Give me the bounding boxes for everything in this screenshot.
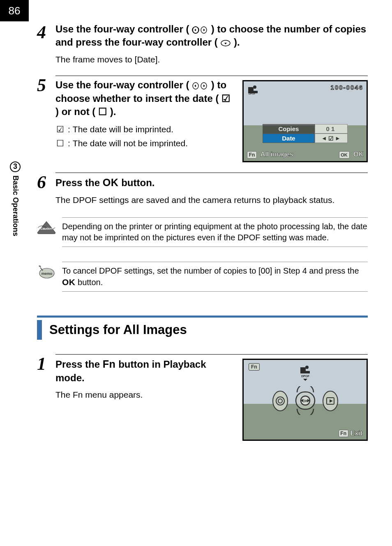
- step-4-title: Use the four-way controller ( ) to choos…: [55, 23, 368, 49]
- text: Exit: [350, 430, 362, 437]
- section-accent: [37, 320, 42, 340]
- fn-button-label: Fn: [103, 358, 116, 370]
- text: button.: [78, 278, 103, 287]
- text: Press the: [55, 359, 103, 370]
- text: Use the four-way controller (: [55, 79, 189, 90]
- exit-hint: Fn Exit: [339, 430, 362, 437]
- svg-point-15: [273, 391, 288, 411]
- step-4: 4 Use the four-way controller ( ) to cho…: [37, 23, 368, 65]
- ok-button-label: OK: [62, 277, 76, 287]
- right-arrow-icon: ▶: [336, 136, 339, 141]
- divider: [62, 291, 368, 292]
- ok-hint: OK OK: [339, 151, 363, 159]
- left-right-controller-icon: [192, 82, 208, 90]
- text: ) or not (: [55, 106, 95, 117]
- svg-point-5: [253, 85, 256, 89]
- step-6: 6 Press the OK button. The DPOF settings…: [37, 173, 368, 206]
- fn-badge: Fn: [339, 430, 348, 437]
- camera-menu: Copies 01 Date ◀ ☑ ▶: [263, 124, 348, 143]
- raw-button-icon: [271, 389, 289, 412]
- list-text: The date will be imprinted.: [73, 122, 173, 136]
- camera-screenshot-dpof: DPOF 100-0046 Copies 01 Date ◀: [242, 80, 368, 162]
- text: Press the: [55, 177, 103, 188]
- section-bar: [37, 316, 368, 318]
- step-1b-title: Press the Fn button in Playback mode.: [55, 357, 233, 385]
- step-1b-detail: The Fn menu appears.: [55, 389, 233, 401]
- step-number: 4: [37, 23, 55, 65]
- ok-badge: OK: [339, 151, 350, 159]
- memo-icon: memo: [37, 264, 56, 280]
- checkbox-checked-icon: ☑: [221, 92, 231, 105]
- step-5-title: Use the four-way controller ( ) to choos…: [55, 78, 233, 118]
- step-number: 6: [37, 173, 55, 206]
- slideshow-button-icon: [321, 389, 339, 412]
- left-right-controller-icon: [192, 26, 208, 34]
- step-6-detail: The DPOF settings are saved and the came…: [55, 194, 368, 206]
- page-number: 86: [0, 0, 29, 21]
- four-way-controller-graphic: OK: [274, 386, 336, 415]
- list-item: ☐ : The date will not be imprinted.: [55, 136, 233, 150]
- step-number: 5: [37, 76, 55, 162]
- camera-screenshot-fn-menu: Fn DPOF: [242, 359, 368, 441]
- section-title: Settings for All Images: [49, 320, 187, 340]
- text: OK: [353, 151, 363, 158]
- step-5-list: ☑ : The date will be imprinted. ☐ : The …: [55, 122, 233, 150]
- memo-text: To cancel DPOF settings, set the number …: [62, 265, 368, 288]
- page: 86 3 Basic Operations 4 Use the four-way…: [0, 0, 392, 546]
- sidebar-tab: 3 Basic Operations: [6, 23, 24, 236]
- ok-button-label: OK: [103, 177, 119, 188]
- text: ).: [110, 106, 116, 117]
- text: All images: [261, 151, 293, 158]
- svg-point-10: [305, 366, 309, 369]
- checkbox-checked-icon: ☑: [328, 135, 334, 142]
- date-label: Date: [263, 134, 315, 143]
- divider: [55, 76, 368, 76]
- svg-text:memo: memo: [42, 272, 53, 276]
- checkbox-checked-icon: ☑: [55, 122, 65, 136]
- date-value: ◀ ☑ ▶: [315, 134, 348, 143]
- colon: :: [65, 136, 73, 150]
- content: 4 Use the four-way controller ( ) to cho…: [37, 23, 368, 451]
- copies-value: 01: [315, 124, 348, 134]
- colon: :: [65, 122, 73, 136]
- svg-text:DPOF: DPOF: [249, 92, 256, 95]
- chapter-label: Basic Operations: [11, 172, 20, 236]
- divider: [62, 247, 368, 247]
- dpof-icon: DPOF: [298, 365, 313, 383]
- text: button.: [121, 177, 154, 188]
- chapter-number: 3: [10, 161, 21, 172]
- divider: [62, 217, 368, 218]
- list-text: The date will not be imprinted.: [73, 136, 188, 150]
- caution-callout: Caution Depending on the printer or prin…: [37, 217, 368, 250]
- fn-badge: Fn: [249, 363, 260, 371]
- checkbox-empty-icon: ☐: [55, 136, 65, 150]
- text: Use the four-way controller (: [55, 23, 189, 35]
- step-1b: 1 Press the Fn button in Playback mode. …: [37, 354, 368, 441]
- all-images-hint: Fn All images: [247, 151, 293, 159]
- text: ).: [234, 37, 240, 48]
- checkbox-empty-icon: ☐: [98, 105, 107, 118]
- divider: [55, 173, 368, 173]
- dpof-icon: DPOF: [247, 84, 259, 95]
- copies-label: Copies: [263, 124, 315, 134]
- step-5: 5 Use the four-way controller ( ) to cho…: [37, 76, 368, 162]
- step-6-title: Press the OK button.: [55, 175, 368, 189]
- fn-badge: Fn: [247, 151, 257, 159]
- section-header: Settings for All Images: [37, 316, 368, 340]
- divider: [55, 354, 368, 355]
- step-number: 1: [37, 354, 55, 441]
- svg-text:OK: OK: [302, 399, 308, 403]
- caution-icon: Caution: [37, 220, 56, 235]
- caution-text: Depending on the printer or printing equ…: [62, 221, 368, 243]
- down-controller-icon: [220, 39, 231, 47]
- list-item: ☑ : The date will be imprinted.: [55, 122, 233, 136]
- text: To cancel DPOF settings, set the number …: [62, 266, 359, 275]
- frame-number: 100-0046: [331, 84, 363, 91]
- divider: [62, 262, 368, 262]
- left-arrow-icon: ◀: [323, 136, 326, 141]
- step-4-detail: The frame moves to [Date].: [55, 53, 368, 65]
- memo-callout: memo To cancel DPOF settings, set the nu…: [37, 262, 368, 295]
- svg-text:DPOF: DPOF: [301, 375, 309, 378]
- svg-text:Caution: Caution: [40, 227, 53, 230]
